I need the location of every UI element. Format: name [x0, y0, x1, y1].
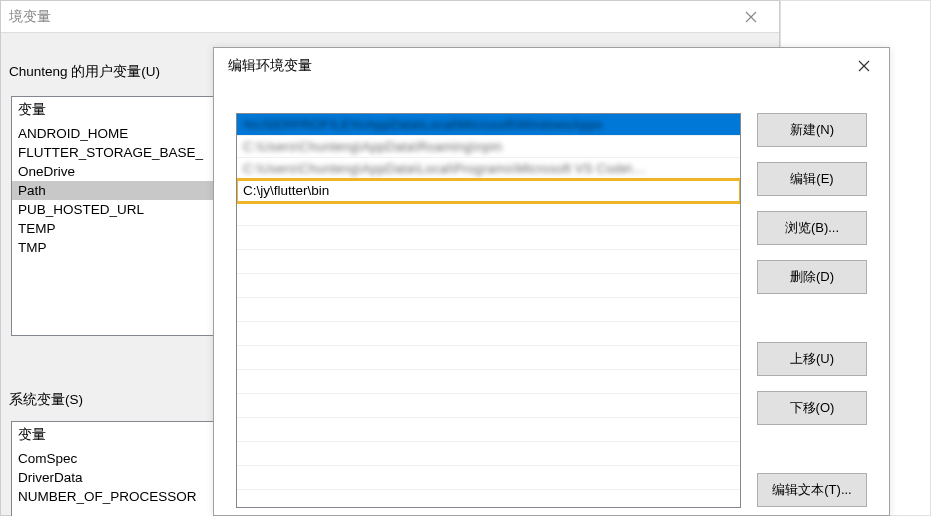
user-vars-label: Chunteng 的用户变量(U) [9, 63, 160, 81]
env-vars-title: 境变量 [9, 8, 51, 26]
path-empty-row[interactable] [237, 418, 740, 442]
env-vars-titlebar: 境变量 [1, 1, 779, 33]
delete-button[interactable]: 删除(D) [757, 260, 867, 294]
path-empty-row[interactable] [237, 226, 740, 250]
move-down-button[interactable]: 下移(O) [757, 391, 867, 425]
new-button[interactable]: 新建(N) [757, 113, 867, 147]
path-empty-row[interactable] [237, 442, 740, 466]
close-icon [858, 60, 870, 72]
close-button[interactable] [843, 52, 885, 80]
path-empty-row[interactable] [237, 298, 740, 322]
button-gap [757, 309, 867, 327]
path-item[interactable]: C:\jy\flutter\bin [237, 180, 740, 202]
edit-dialog-title: 编辑环境变量 [228, 57, 312, 75]
edit-dialog-body: %USERPROFILE%\AppData\Local\Microsoft\Wi… [214, 83, 889, 508]
path-item[interactable]: C:\Users\Chunteng\AppData\Local\Programs… [237, 158, 740, 180]
path-listbox[interactable]: %USERPROFILE%\AppData\Local\Microsoft\Wi… [236, 113, 741, 508]
edit-text-button[interactable]: 编辑文本(T)... [757, 473, 867, 507]
path-empty-row[interactable] [237, 370, 740, 394]
path-empty-row[interactable] [237, 274, 740, 298]
edit-button[interactable]: 编辑(E) [757, 162, 867, 196]
path-empty-row[interactable] [237, 202, 740, 226]
path-item[interactable]: C:\Users\Chunteng\AppData\Roaming\npm [237, 136, 740, 158]
path-item[interactable]: %USERPROFILE%\AppData\Local\Microsoft\Wi… [237, 114, 740, 136]
path-empty-row[interactable] [237, 394, 740, 418]
close-button[interactable] [731, 3, 771, 31]
path-empty-row[interactable] [237, 322, 740, 346]
path-empty-row[interactable] [237, 250, 740, 274]
edit-dialog-titlebar: 编辑环境变量 [214, 48, 889, 83]
path-empty-row[interactable] [237, 466, 740, 490]
button-column: 新建(N) 编辑(E) 浏览(B)... 删除(D) 上移(U) 下移(O) 编… [757, 113, 867, 508]
button-gap [757, 440, 867, 458]
path-empty-row[interactable] [237, 346, 740, 370]
move-up-button[interactable]: 上移(U) [757, 342, 867, 376]
edit-env-var-dialog: 编辑环境变量 %USERPROFILE%\AppData\Local\Micro… [213, 47, 890, 516]
browse-button[interactable]: 浏览(B)... [757, 211, 867, 245]
close-icon [745, 11, 757, 23]
sys-vars-label: 系统变量(S) [9, 391, 83, 409]
